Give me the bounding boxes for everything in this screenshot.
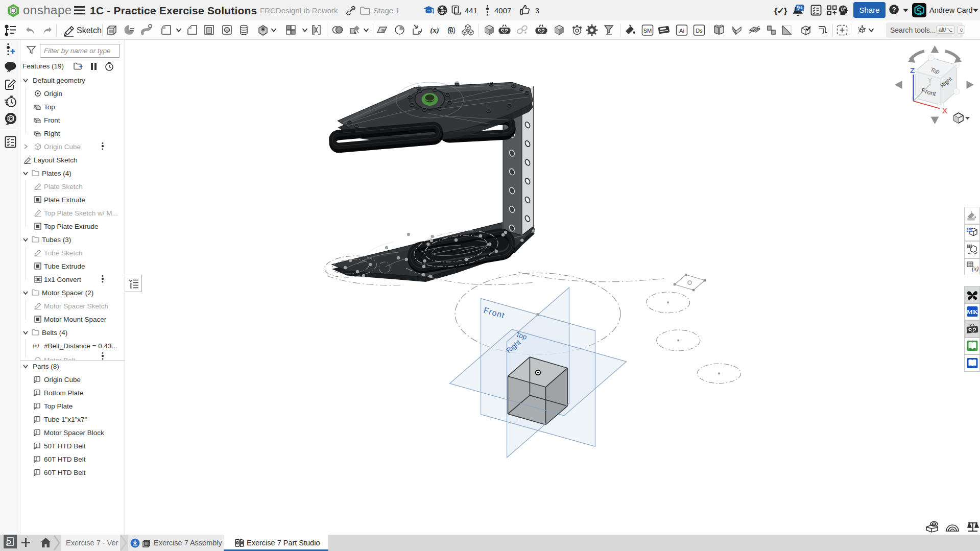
svg-text:MK: MK [966,308,978,316]
svg-text:): ) [453,26,456,34]
svg-text:Z: Z [910,66,915,75]
svg-text:SM: SM [643,28,652,34]
svg-text:Ai: Ai [679,28,684,34]
svg-text:(x): (x) [972,265,978,272]
svg-text:?: ? [892,6,896,13]
svg-text:(x): (x) [430,26,439,35]
svg-text:9+: 9+ [797,5,803,11]
svg-text:(: ( [447,26,450,34]
svg-text:X: X [942,106,947,115]
svg-text:Y: Y [928,77,932,84]
svg-text:Ds: Ds [696,28,703,34]
